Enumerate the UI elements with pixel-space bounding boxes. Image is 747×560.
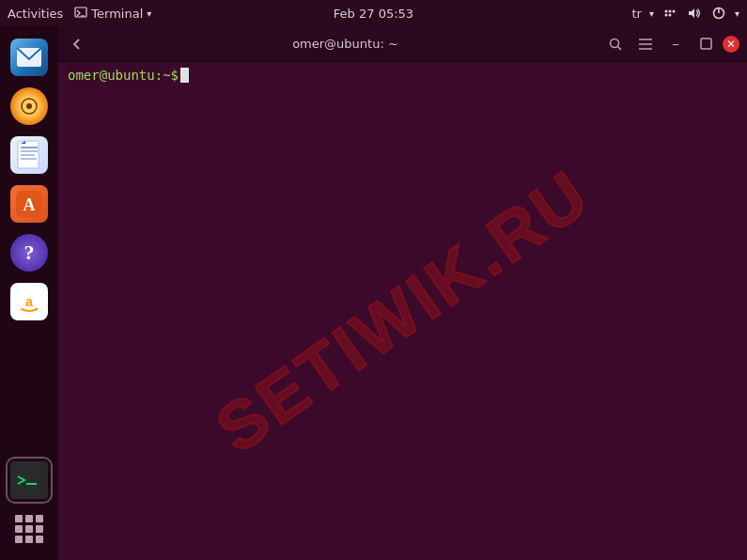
help-icon: ? bbox=[10, 234, 48, 272]
svg-text:A: A bbox=[23, 195, 36, 214]
titlebar-menu-button[interactable] bbox=[632, 33, 659, 55]
grid-dots-icon bbox=[15, 515, 43, 543]
svg-text:a: a bbox=[25, 294, 33, 309]
lang-chevron[interactable]: ▾ bbox=[649, 8, 654, 19]
svg-point-5 bbox=[664, 14, 667, 17]
terminal-menu-chevron: ▾ bbox=[147, 8, 151, 19]
appstore-icon: A bbox=[10, 185, 48, 223]
network-icon[interactable] bbox=[661, 5, 678, 22]
svg-point-12 bbox=[26, 103, 32, 109]
audio-icon bbox=[10, 87, 48, 125]
titlebar-close-button[interactable]: ✕ bbox=[723, 36, 739, 53]
prompt-text: omer@ubuntu:~$ bbox=[68, 68, 179, 83]
watermark: SETIWIK.RU bbox=[202, 154, 603, 467]
dock-item-terminal[interactable] bbox=[8, 459, 51, 502]
svg-line-25 bbox=[618, 46, 622, 50]
dock-item-amazon[interactable]: a bbox=[8, 280, 51, 323]
dock-item-help[interactable]: ? bbox=[8, 231, 51, 274]
lang-label[interactable]: tr bbox=[631, 7, 641, 21]
power-icon[interactable] bbox=[710, 5, 727, 22]
titlebar-maximize-button[interactable] bbox=[693, 34, 719, 54]
dock-show-apps[interactable] bbox=[8, 507, 51, 551]
terminal-cursor bbox=[180, 68, 189, 83]
svg-point-4 bbox=[672, 10, 675, 13]
svg-point-24 bbox=[611, 39, 619, 47]
email-icon bbox=[10, 39, 48, 76]
titlebar-right: – ✕ bbox=[602, 33, 739, 55]
terminal-menu-icon bbox=[74, 7, 87, 20]
titlebar-minimize-button[interactable]: – bbox=[662, 34, 689, 54]
svg-point-3 bbox=[668, 10, 671, 13]
dock-item-email[interactable] bbox=[8, 36, 51, 79]
terminal-menu-label: Terminal bbox=[91, 7, 143, 21]
activities-label[interactable]: Activities bbox=[8, 7, 63, 21]
terminal-window: omer@ubuntu: ~ bbox=[58, 26, 747, 560]
amazon-icon: a bbox=[10, 283, 48, 320]
dock-item-appstore[interactable]: A bbox=[8, 182, 51, 226]
terminal-prompt: omer@ubuntu:~$ bbox=[68, 68, 738, 83]
titlebar-left bbox=[66, 33, 88, 55]
titlebar-search-button[interactable] bbox=[602, 33, 629, 55]
dock-item-writer[interactable] bbox=[8, 133, 51, 177]
terminal-dock-icon bbox=[10, 461, 48, 499]
volume-icon[interactable] bbox=[686, 5, 703, 22]
top-bar-right: tr ▾ ▾ bbox=[631, 5, 739, 22]
titlebar-nav-icon[interactable] bbox=[66, 33, 88, 55]
svg-point-2 bbox=[664, 10, 667, 13]
dock-item-audio[interactable] bbox=[8, 85, 51, 128]
terminal-menu[interactable]: Terminal ▾ bbox=[74, 7, 151, 21]
svg-marker-7 bbox=[689, 8, 694, 18]
top-bar-left: Activities Terminal ▾ bbox=[8, 7, 151, 21]
svg-point-6 bbox=[668, 14, 671, 17]
main-layout: A ? a bbox=[0, 26, 747, 560]
top-bar-center: Feb 27 05:53 bbox=[334, 7, 413, 21]
svg-rect-29 bbox=[701, 39, 711, 49]
datetime-label: Feb 27 05:53 bbox=[334, 7, 413, 21]
terminal-titlebar: omer@ubuntu: ~ bbox=[58, 26, 747, 62]
titlebar-title: omer@ubuntu: ~ bbox=[88, 37, 602, 51]
top-bar: Activities Terminal ▾ Feb 27 05:53 tr ▾ bbox=[0, 0, 747, 26]
writer-icon bbox=[10, 136, 48, 174]
terminal-content[interactable]: omer@ubuntu:~$ SETIWIK.RU bbox=[58, 62, 747, 560]
dock: A ? a bbox=[0, 26, 58, 560]
topbar-chevron-right[interactable]: ▾ bbox=[735, 8, 739, 19]
